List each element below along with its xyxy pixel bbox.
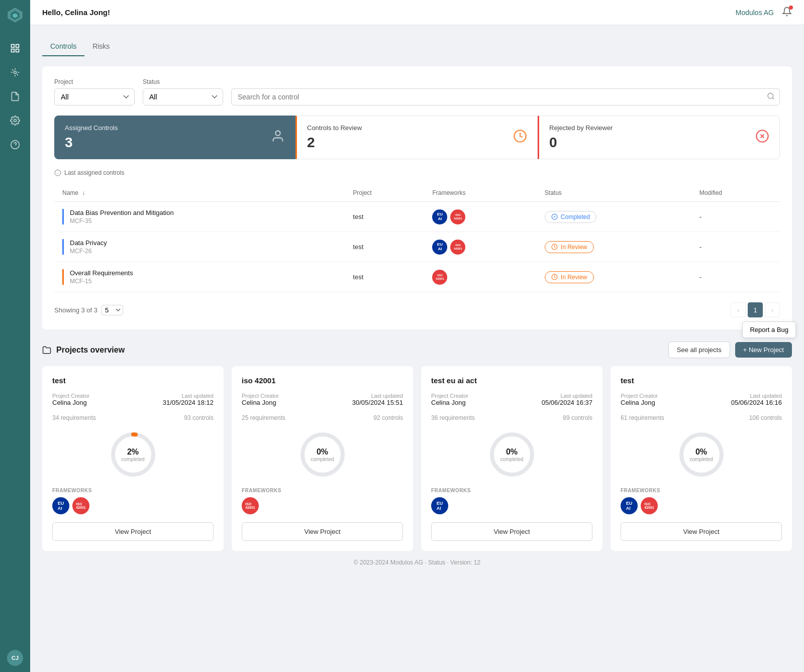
project-card-title: test eu ai act (431, 376, 592, 385)
project-card: test eu ai act Project Creator Celina Jo… (421, 366, 602, 551)
eu-ai-badge: EUAI (52, 497, 69, 514)
donut-wrap: 0% completed (621, 429, 782, 480)
projects-title: Projects overview (42, 346, 125, 355)
control-code: MCF-35 (70, 217, 337, 225)
view-project-button[interactable]: View Project (52, 522, 214, 541)
stat-rejected-title: Rejected by Reviewer (549, 124, 613, 132)
requirements-count: 34 requirements (52, 414, 96, 421)
row-frameworks: EUAIISO42001 (424, 232, 536, 262)
stat-assigned-value: 3 (65, 135, 118, 151)
sidebar-logo[interactable] (6, 6, 24, 24)
col-frameworks[interactable]: Frameworks (424, 184, 536, 202)
stat-assigned-title: Assigned Controls (65, 124, 118, 132)
search-wrap (231, 88, 780, 105)
projects-actions: See all projects + New Project (668, 342, 792, 358)
controls-count: 106 controls (749, 414, 782, 421)
tab-controls[interactable]: Controls (42, 37, 84, 56)
donut-wrap: 0% completed (242, 429, 403, 480)
donut-label: completed (500, 457, 523, 462)
page-1-button[interactable]: 1 (748, 302, 763, 317)
donut-chart: 0% completed (297, 429, 348, 480)
updated-value: 05/06/2024 16:37 (542, 399, 592, 406)
col-status[interactable]: Status (537, 184, 691, 202)
donut-percent: 0% (311, 447, 334, 457)
sidebar-item-analytics[interactable] (5, 62, 25, 82)
project-filter-label: Project (54, 78, 135, 85)
donut-percent: 0% (500, 447, 523, 457)
search-icon[interactable] (767, 92, 775, 102)
iso-badge: ISO42001 (72, 497, 89, 514)
col-project[interactable]: Project (345, 184, 424, 202)
col-modified[interactable]: Modified (691, 184, 780, 202)
eu-ai-badge: EUAI (432, 209, 447, 225)
page-title: Hello, Celina Jong! (42, 8, 110, 17)
table-body: Data Bias Prevention and Mitigation MCF-… (54, 202, 780, 292)
stat-review-value: 2 (307, 135, 362, 151)
requirements-count: 61 requirements (621, 414, 664, 421)
clock-icon (513, 129, 527, 146)
frameworks-label: FRAMEWORKS (242, 488, 403, 493)
stat-rejected-value: 0 (549, 135, 613, 151)
report-bug-button[interactable]: Report a Bug (742, 321, 796, 338)
table-row[interactable]: Overall Requirements MCF-15 test ISO4200… (54, 262, 780, 292)
eu-ai-badge: EUAI (621, 497, 638, 514)
status-filter-select[interactable]: All Completed In Review (143, 88, 223, 105)
showing-text: Showing 3 of 3 5 10 25 (54, 305, 123, 315)
view-project-button[interactable]: View Project (621, 522, 782, 541)
table-row[interactable]: Data Privacy MCF-26 test EUAIISO42001 In… (54, 232, 780, 262)
row-frameworks: EUAIISO42001 (424, 202, 536, 232)
project-stats: 34 requirements 93 controls (52, 414, 214, 421)
tab-risks[interactable]: Risks (84, 37, 118, 56)
updated-value: 05/06/2024 16:16 (731, 399, 782, 406)
pagination: ‹ 1 › (731, 302, 780, 317)
project-stats: 25 requirements 92 controls (242, 414, 403, 421)
project-filter-select[interactable]: All test iso 42001 test eu ai act (54, 88, 135, 105)
notification-button[interactable] (782, 7, 792, 18)
requirements-count: 25 requirements (242, 414, 285, 421)
view-project-button[interactable]: View Project (431, 522, 592, 541)
controls-count: 89 controls (563, 414, 592, 421)
search-input[interactable] (231, 88, 780, 105)
per-page-select[interactable]: 5 10 25 (102, 305, 123, 315)
prev-page-button[interactable]: ‹ (731, 302, 746, 317)
view-project-button[interactable]: View Project (242, 522, 403, 541)
frameworks-label: FRAMEWORKS (431, 488, 592, 493)
controls-count: 92 controls (373, 414, 403, 421)
status-badge: In Review (545, 241, 594, 253)
requirements-count: 36 requirements (431, 414, 475, 421)
sidebar-item-projects[interactable] (5, 86, 25, 106)
next-page-button[interactable]: › (765, 302, 780, 317)
svg-rect-3 (12, 45, 15, 48)
framework-badges: ISO42001 (242, 497, 403, 514)
donut-text: 0% completed (689, 447, 713, 462)
controls-table: Name ↓ Project Frameworks Status Modifie… (54, 184, 780, 292)
row-frameworks: ISO42001 (424, 262, 536, 292)
sidebar-item-settings[interactable] (5, 110, 25, 131)
svg-point-11 (275, 131, 280, 135)
row-status: Completed (537, 202, 691, 232)
stat-rejected-content: Rejected by Reviewer 0 (549, 124, 613, 151)
main-tabs: Controls Risks (42, 37, 792, 56)
company-name[interactable]: Modulos AG (736, 9, 774, 17)
table-row[interactable]: Data Bias Prevention and Mitigation MCF-… (54, 202, 780, 232)
creator-value: Celina Jong (431, 399, 468, 406)
person-icon (271, 129, 285, 146)
sidebar-item-home[interactable] (5, 38, 25, 58)
project-stats: 36 requirements 89 controls (431, 414, 592, 421)
donut-label: completed (311, 457, 334, 462)
updated-label: Last updated (163, 393, 214, 399)
updated-label: Last updated (731, 393, 782, 399)
projects-icon (42, 346, 51, 355)
col-name[interactable]: Name ↓ (54, 184, 345, 202)
project-meta-creator: Project Creator Celina Jong Last updated… (431, 393, 592, 406)
sidebar-item-help[interactable] (5, 135, 25, 155)
eu-ai-badge: EUAI (431, 497, 448, 514)
donut-wrap: 2% completed (52, 429, 214, 480)
controls-card: Project All test iso 42001 test eu ai ac… (42, 66, 792, 329)
project-card-title: test (52, 376, 214, 385)
updated-value: 30/05/2024 15:51 (352, 399, 403, 406)
see-all-projects-button[interactable]: See all projects (668, 342, 730, 358)
row-status: In Review (537, 262, 691, 292)
new-project-button[interactable]: + New Project (735, 342, 792, 358)
stat-rejected: Rejected by Reviewer 0 (538, 116, 780, 159)
